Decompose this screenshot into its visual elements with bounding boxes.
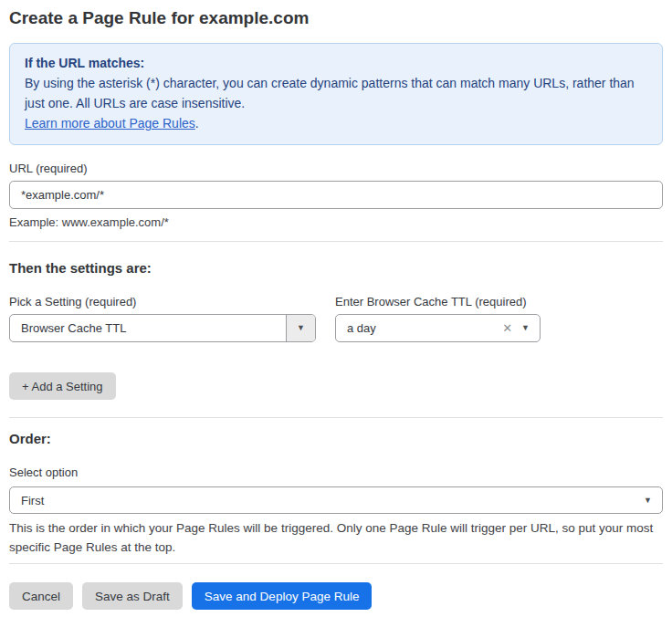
ttl-select-value: a day [336, 321, 502, 335]
learn-more-link[interactable]: Learn more about Page Rules [25, 116, 195, 131]
info-box-link-line: Learn more about Page Rules. [25, 113, 647, 133]
pick-setting-label: Pick a Setting (required) [9, 295, 316, 308]
url-example-helper: Example: www.example.com/* [9, 215, 663, 229]
ttl-label: Enter Browser Cache TTL (required) [335, 295, 541, 308]
setting-select-caret-button[interactable]: ▼ [286, 315, 315, 341]
page-title: Create a Page Rule for example.com [9, 7, 663, 29]
setting-select-value: Browser Cache TTL [10, 321, 286, 335]
save-deploy-button[interactable]: Save and Deploy Page Rule [192, 582, 373, 610]
ttl-column: Enter Browser Cache TTL (required) a day… [335, 277, 541, 342]
divider [9, 241, 663, 242]
save-draft-button[interactable]: Save as Draft [82, 582, 183, 610]
order-select-value: First [10, 494, 644, 507]
chevron-down-icon[interactable]: ▼ [521, 324, 540, 332]
order-section-heading: Order: [9, 431, 663, 447]
settings-section-heading: Then the settings are: [9, 260, 663, 277]
url-match-info-box: If the URL matches: By using the asteris… [9, 43, 663, 145]
chevron-down-icon: ▼ [297, 324, 305, 332]
add-setting-button[interactable]: + Add a Setting [9, 372, 116, 400]
link-period: . [195, 116, 199, 131]
order-select-label: Select option [9, 465, 663, 479]
setting-select[interactable]: Browser Cache TTL ▼ [9, 314, 316, 342]
divider [9, 563, 663, 564]
order-select[interactable]: First ▼ [9, 486, 663, 514]
info-box-body: By using the asterisk (*) character, you… [25, 73, 647, 113]
clear-icon[interactable]: ✕ [502, 322, 521, 334]
settings-columns: Pick a Setting (required) Browser Cache … [9, 277, 663, 342]
divider [9, 417, 663, 418]
chevron-down-icon: ▼ [644, 497, 662, 505]
setting-column: Pick a Setting (required) Browser Cache … [9, 277, 316, 342]
cancel-button[interactable]: Cancel [9, 582, 73, 610]
url-input[interactable] [9, 181, 663, 209]
ttl-select[interactable]: a day ✕ ▼ [335, 314, 541, 342]
order-helper-text: This is the order in which your Page Rul… [9, 518, 663, 557]
info-box-heading: If the URL matches: [25, 53, 647, 73]
url-field-label: URL (required) [9, 162, 663, 175]
footer-buttons: Cancel Save as Draft Save and Deploy Pag… [9, 582, 663, 610]
